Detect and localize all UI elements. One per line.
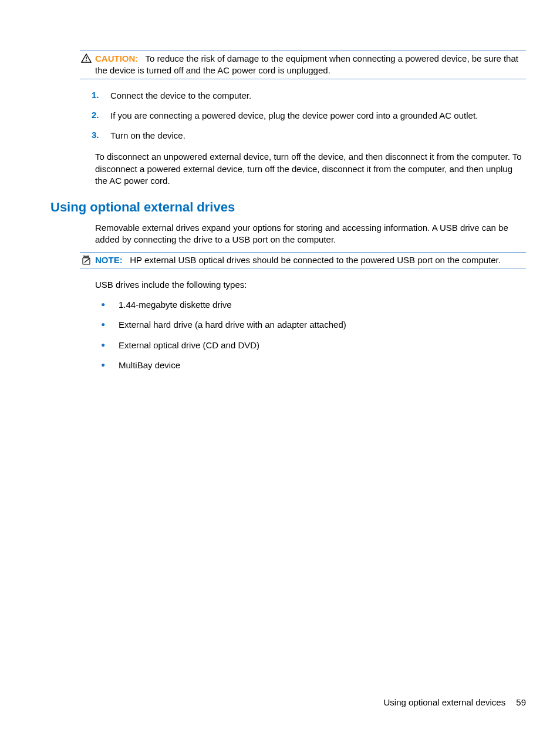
bullet-icon: ● (101, 319, 119, 330)
bullet-icon: ● (101, 359, 119, 371)
list-item: ● External optical drive (CD and DVD) (101, 340, 526, 351)
note-body: NOTE: HP external USB optical drives sho… (95, 254, 526, 266)
types-paragraph: USB drives include the following types: (95, 279, 526, 291)
intro-paragraph: Removable external drives expand your op… (95, 222, 526, 246)
type-text: External optical drive (CD and DVD) (119, 340, 526, 351)
list-item: 3. Turn on the device. (92, 130, 526, 142)
section-heading: Using optional external drives (50, 200, 526, 215)
step-number: 1. (92, 90, 110, 100)
type-text: 1.44-megabyte diskette drive (119, 299, 526, 311)
type-text: External hard drive (a hard drive with a… (119, 319, 526, 331)
steps-list: 1. Connect the device to the computer. 2… (92, 90, 526, 142)
note-label: NOTE: (95, 255, 123, 265)
type-text: MultiBay device (119, 359, 526, 371)
page-number: 59 (516, 697, 526, 707)
caution-callout: CAUTION: To reduce the risk of damage to… (80, 51, 526, 79)
caution-text: To reduce the risk of damage to the equi… (95, 53, 518, 75)
list-item: 1. Connect the device to the computer. (92, 90, 526, 102)
step-number: 3. (92, 130, 110, 140)
step-text: Connect the device to the computer. (110, 90, 526, 102)
list-item: ● External hard drive (a hard drive with… (101, 319, 526, 331)
step-number: 2. (92, 110, 110, 120)
svg-point-1 (86, 60, 87, 61)
caution-icon (80, 53, 93, 63)
caution-body: CAUTION: To reduce the risk of damage to… (95, 53, 526, 77)
list-item: 2. If you are connecting a powered devic… (92, 110, 526, 122)
note-text: HP external USB optical drives should be… (130, 255, 501, 265)
step-text: If you are connecting a powered device, … (110, 110, 526, 122)
types-list: ● 1.44-megabyte diskette drive ● Externa… (101, 299, 526, 371)
list-item: ● 1.44-megabyte diskette drive (101, 299, 526, 311)
bullet-icon: ● (101, 299, 119, 310)
page-content: CAUTION: To reduce the risk of damage to… (0, 0, 560, 371)
step-text: Turn on the device. (110, 130, 526, 142)
caution-label: CAUTION: (95, 53, 138, 63)
note-icon (80, 254, 93, 266)
footer-title: Using optional external devices (384, 697, 506, 707)
disconnect-paragraph: To disconnect an unpowered external devi… (95, 151, 526, 187)
page-footer: Using optional external devices 59 (384, 697, 526, 707)
note-callout: NOTE: HP external USB optical drives sho… (80, 252, 526, 268)
list-item: ● MultiBay device (101, 359, 526, 371)
bullet-icon: ● (101, 340, 119, 351)
